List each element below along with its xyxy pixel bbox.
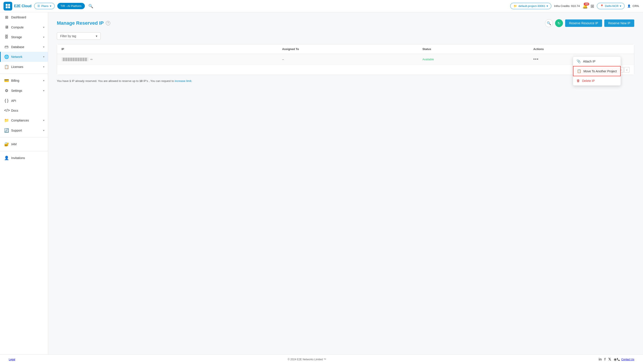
plans-label: Plans (41, 4, 49, 8)
rss-link[interactable]: ◉ (614, 357, 617, 362)
svg-rect-2 (6, 6, 8, 8)
sidebar-item-label: Compliances (11, 119, 29, 122)
page-header: Manage Reserved IP ? 🔍 ↻ Reserve Resourc… (57, 19, 634, 27)
network-icon: 🌐 (4, 54, 9, 59)
search-button[interactable]: 🔍 (88, 3, 94, 10)
ip-cell-content: ██████████ ✏ (62, 57, 273, 62)
invitations-icon: 👤 (4, 156, 9, 160)
sidebar-item-compliances[interactable]: 📁 Compliances ▾ (0, 115, 48, 126)
sidebar-item-api[interactable]: { } API (0, 96, 48, 106)
ip-value: ██████████ (62, 57, 89, 62)
support-icon: 🔄 (4, 128, 9, 133)
pagination-next-button[interactable]: › (624, 67, 630, 72)
legal-link[interactable]: Legal (9, 358, 15, 361)
sidebar-item-iam[interactable]: 🔐 IAM (0, 139, 48, 149)
sidebar-item-label: Compute (11, 26, 24, 29)
contact-us-link[interactable]: Contact Us (621, 358, 634, 361)
col-status: Status (418, 44, 529, 54)
table-body: ██████████ ✏ -- Available ••• (57, 54, 634, 65)
search-icon-button[interactable]: 🔍 (545, 19, 553, 27)
chevron-down-icon: ▾ (43, 26, 44, 29)
region-selector[interactable]: 📍 Delhi-NCR ▾ (597, 3, 625, 9)
plans-button[interactable]: ☰ Plans ▾ (34, 3, 55, 9)
region-label: Delhi-NCR (605, 4, 618, 8)
sidebar-item-label: Storage (11, 36, 22, 39)
notification-badge: 190 (584, 2, 589, 6)
user-menu-button[interactable]: 👤 CRN. (627, 4, 639, 8)
notifications-button[interactable]: 🔔 190 (582, 4, 588, 9)
sidebar-item-label: Settings (11, 89, 22, 92)
sidebar-item-compute[interactable]: 🖥 Compute ▾ (0, 22, 48, 32)
chevron-down-icon: ▾ (43, 89, 44, 92)
logo[interactable]: E2E Cloud (4, 2, 32, 10)
plans-chevron-icon: ▾ (50, 4, 51, 8)
filter-row: Filter by tag ▾ (57, 32, 634, 40)
move-icon: 📋 (577, 69, 581, 73)
svg-rect-3 (8, 6, 10, 8)
filter-by-tag-select[interactable]: Filter by tag ▾ (57, 32, 101, 40)
sidebar-item-label: Invitations (11, 156, 25, 160)
docs-icon: </> (4, 108, 9, 113)
info-text: You have 1 IP already reserved. You are … (57, 79, 634, 82)
compliances-icon: 📁 (4, 118, 9, 123)
sidebar-item-settings[interactable]: ⚙ Settings ▾ (0, 86, 48, 96)
sidebar-item-label: Support (11, 129, 22, 132)
edit-icon[interactable]: ✏ (90, 58, 93, 61)
table-header: IP Assigned To Status Actions (57, 44, 634, 54)
main-area: ⊞ Dashboard 🖥 Compute ▾ 🗄 Storage ▾ 🗃 Da… (0, 12, 643, 354)
iam-icon: 🔐 (4, 142, 9, 146)
page-title: Manage Reserved IP ? (57, 20, 110, 26)
licenses-icon: 📋 (4, 64, 9, 69)
linkedin-link[interactable]: in (599, 358, 602, 362)
project-selector[interactable]: 📁 default-project-30061 ▾ (510, 3, 551, 9)
settings-icon: ⚙ (4, 88, 9, 93)
info-pre: You have (57, 79, 69, 82)
chevron-down-icon: ▾ (43, 129, 44, 132)
reserve-resource-ip-button[interactable]: Reserve Resource IP (565, 20, 602, 27)
sidebar-item-billing[interactable]: 💳 Billing ▾ (0, 76, 48, 86)
app-shell: E2E Cloud ☰ Plans ▾ TIR - AI Platform 🔍 … (0, 0, 643, 364)
filter-label: Filter by tag (60, 34, 76, 38)
sidebar-item-label: API (11, 99, 16, 102)
actions-menu-button[interactable]: ••• (533, 57, 539, 62)
sidebar-item-dashboard[interactable]: ⊞ Dashboard (0, 12, 48, 22)
sidebar-item-label: IAM (11, 142, 17, 146)
sidebar-item-network[interactable]: 🌐 Network ▾ (0, 52, 48, 62)
sidebar-item-licenses[interactable]: 📋 Licenses ▾ (0, 62, 48, 72)
context-menu-item-move-project[interactable]: 📋 Move To Another Project (573, 66, 621, 76)
ip-cell: ██████████ ✏ (57, 54, 278, 65)
filter-chevron-icon: ▾ (96, 34, 97, 38)
database-icon: 🗃 (4, 44, 9, 49)
sidebar-item-invitations[interactable]: 👤 Invitations (0, 153, 48, 163)
plans-icon: ☰ (37, 4, 40, 8)
reserve-new-ip-button[interactable]: Reserve New IP (604, 20, 634, 27)
sidebar-item-database[interactable]: 🗃 Database ▾ (0, 42, 48, 52)
sidebar-item-support[interactable]: 🔄 Support ▾ (0, 126, 48, 136)
svg-rect-0 (6, 4, 8, 6)
project-label: default-project-30061 (518, 4, 545, 8)
dashboard-icon: ⊞ (4, 15, 9, 20)
billing-icon: 💳 (4, 78, 9, 83)
context-menu-item-attach-ip[interactable]: 📎 Attach IP (573, 56, 621, 66)
sidebar-item-label: Network (11, 55, 22, 58)
sidebar-item-label: Docs (11, 109, 18, 112)
facebook-link[interactable]: f (604, 358, 605, 362)
region-chevron-icon: ▾ (620, 4, 621, 8)
max-count: 10 (139, 79, 142, 82)
tir-button[interactable]: TIR - AI Platform (57, 3, 85, 9)
apps-grid-button[interactable]: ⊞ (590, 4, 594, 9)
sidebar-divider-3 (0, 151, 48, 151)
table-row: ██████████ ✏ -- Available ••• (57, 54, 634, 65)
compute-icon: 🖥 (4, 25, 9, 30)
twitter-link[interactable]: 𝕏 (608, 357, 611, 362)
context-menu-item-delete-ip[interactable]: 🗑 Delete IP (573, 76, 621, 86)
sidebar-item-label: Database (11, 45, 24, 49)
sidebar-item-storage[interactable]: 🗄 Storage ▾ (0, 32, 48, 42)
refresh-button[interactable]: ↻ (555, 19, 563, 27)
help-icon[interactable]: ? (106, 21, 110, 25)
sidebar-item-label: Dashboard (11, 16, 26, 19)
sidebar-item-docs[interactable]: </> Docs (0, 106, 48, 115)
col-actions: Actions (529, 44, 634, 54)
header-row: IP Assigned To Status Actions (57, 44, 634, 54)
increase-limit-link[interactable]: increase limit. (175, 79, 192, 82)
